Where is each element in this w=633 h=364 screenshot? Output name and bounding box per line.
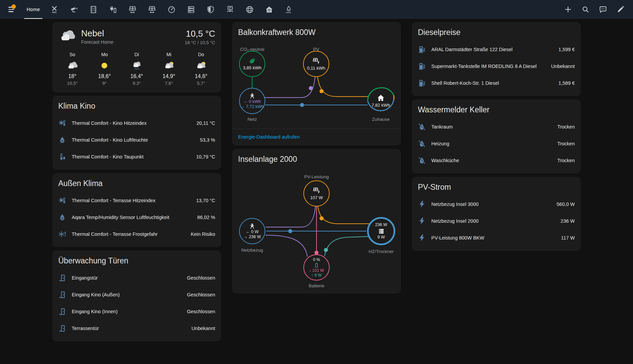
entity-row[interactable]: Thermal Comfort - Kino Hitzeindex 20,11 … [53,115,221,132]
entity-row[interactable]: Heizung Trocken [412,135,580,152]
entity-row[interactable]: ARAL Darmstädter Straße 122 Diesel 1,599… [412,41,580,58]
sidebar-menu-button[interactable] [3,1,20,17]
entity-row[interactable]: Netzbezug Insel 3000 560,0 W [412,196,580,213]
rainy-weather-icon [131,61,143,71]
tab-server[interactable] [181,0,201,19]
tab-heating-oil[interactable] [279,0,298,19]
energy-node-home[interactable]: 7,82 kWh [368,88,394,114]
flash-icon [418,217,431,225]
tab-solar-2[interactable] [142,0,162,19]
search-icon [581,5,590,13]
weather-condition: Nebel [81,29,113,39]
plug-battery-icon [109,5,117,14]
card-title: Inselanlage 2000 [233,149,400,166]
entity-row[interactable]: Waschküche Trocken [412,152,580,169]
globe-icon [245,5,254,14]
tab-energy-storage[interactable] [103,0,123,19]
transmission-tower-icon [249,223,256,229]
entity-row[interactable]: Thermal Comfort - Kino Luftfeuchte 53,3 … [53,132,221,148]
solar-bolt-icon [312,57,320,65]
entity-row[interactable]: Thermal Comfort - Terrasse Frostgefahr K… [53,226,221,243]
entity-row[interactable]: Shell Robert-Koch-Str. 1 Diesel 1,589 € [412,75,580,92]
solar-panel-icon [148,5,156,14]
forecast-day: Mo 18,6° 9° [89,52,121,86]
entity-name: Terrassentür [72,326,192,331]
energy-node-grid[interactable]: ← 0 W → 236 W [239,218,265,244]
inselanlage-card: Inselanlage 2000 PV-Leistung [232,149,401,293]
tab-gauges[interactable] [162,0,181,19]
entity-row[interactable]: Thermal Comfort - Kino Taupunkt 10,79 °C [53,148,221,165]
card-footer: Energie-Dashboard aufrufen [233,129,400,145]
solar-bolt-icon [312,186,321,194]
weather-summary[interactable]: Nebel Forecast Home 10,5 °C 18 °C / 10,5… [53,23,221,46]
entity-value: 10,79 °C [196,154,215,159]
entity-name: Thermal Comfort - Kino Taupunkt [72,154,196,159]
entity-name: Supermarkt-Tankstelle IM ROEDLING 8 A Di… [431,64,551,69]
tab-cinema[interactable] [84,0,103,19]
assist-button[interactable] [595,2,611,17]
weather-subtitle: Forecast Home [81,39,113,45]
entity-value: 86,02 % [197,215,215,220]
tab-cameras[interactable] [64,0,84,19]
weather-temperature: 10,5 °C [185,29,215,39]
forecast-lo: 5,7° [185,81,217,86]
entity-row[interactable]: Tankraum Trocken [412,118,580,135]
sun-thermometer-icon [58,196,72,205]
tab-home-label: Home [27,7,40,12]
cloudy-weather-icon [66,61,78,71]
door-icon [58,274,72,282]
energy-node-battery[interactable]: 0 % ↓ 101 W ↑ 9 W [303,254,330,281]
entity-row[interactable]: Aqara Temp/Humidity Sensor Luftfeuchtigk… [53,209,221,226]
tab-solar-1[interactable] [123,0,142,19]
thermometer-water-icon [58,153,72,161]
weather-forecast: So 18° 10,5° Mo 18,6° 9° Di 16,4° 9,3° [53,46,221,92]
card-title: PV-Strom [412,177,580,194]
aussen-klima-card: Außen Klima Thermal Comfort - Terrasse H… [53,173,221,247]
energy-node-co2[interactable]: 3,85 kWh [239,51,265,77]
water-off-icon [418,156,431,165]
tab-network[interactable] [220,0,240,19]
energy-node-pv[interactable]: 0,11 kWh [303,51,329,77]
entity-name: Thermal Comfort - Terrasse Hitzeindex [72,198,196,203]
energy-dashboard-link[interactable]: Energie-Dashboard aufrufen [238,134,300,140]
pv-value: 107 W [310,195,323,201]
entity-row[interactable]: Eingang Kino (Außen) Geschlossen [53,286,221,303]
energy-node-pv[interactable]: 107 W [303,180,330,207]
search-button[interactable] [578,2,593,17]
entity-name: PV-Leistung 800W BKW [431,235,561,241]
card-title: Balkonkraftwerk 800W [233,23,400,39]
dieselpreise-card: Dieselpreise ARAL Darmstädter Straße 122… [412,22,580,96]
entity-name: Heizung [431,141,557,146]
energy-node-load[interactable]: 236 W 9 W [367,217,395,245]
entity-row[interactable]: Netzbezug Insel 2000 236 W [412,213,580,229]
entity-row[interactable]: Terrassentür Unbekannt [53,320,221,337]
card-title: Klima Kino [53,96,221,113]
grid-import-value: ← 0 W [246,229,259,234]
forecast-day-label: Do [185,52,217,57]
energy-node-grid[interactable]: ← 0 kWh → 7,72 kWh [239,88,265,114]
forecast-day: So 18° 10,5° [56,52,89,86]
tab-home[interactable]: Home [22,0,44,19]
node-label-pv-leistung: PV-Leistung [304,174,329,179]
home-value: 7,82 kWh [372,103,390,108]
entity-row[interactable]: PV-Leistung 800W BKW 117 W [412,229,580,246]
forecast-hi: 16,4° [121,73,153,79]
entity-row[interactable]: Supermarkt-Tankstelle IM ROEDLING 8 A Di… [412,58,580,75]
entity-row[interactable]: Eingang Kino (Innen) Geschlossen [53,303,221,320]
top-bar: Home [0,0,633,19]
entity-value: 560,0 W [557,202,575,207]
entity-name: ARAL Darmstädter Straße 122 Diesel [431,47,559,52]
edit-dashboard-button[interactable] [613,2,628,17]
film-icon [89,5,98,14]
tab-web[interactable] [240,0,259,19]
entity-name: Waschküche [431,158,557,163]
entity-value: Unbekannt [551,64,575,69]
tab-climate[interactable] [44,0,64,19]
entity-row[interactable]: Eingangstür Geschlossen [53,269,221,286]
tab-security[interactable] [201,0,220,19]
entity-row[interactable]: Thermal Comfort - Terrasse Hitzeindex 13… [53,192,221,209]
tab-smart-home[interactable] [259,0,279,19]
add-button[interactable] [560,2,576,17]
entity-value: 236 W [561,218,575,224]
balkonkraftwerk-card: Balkonkraftwerk 800W CO₂-neutral PV [232,22,401,145]
